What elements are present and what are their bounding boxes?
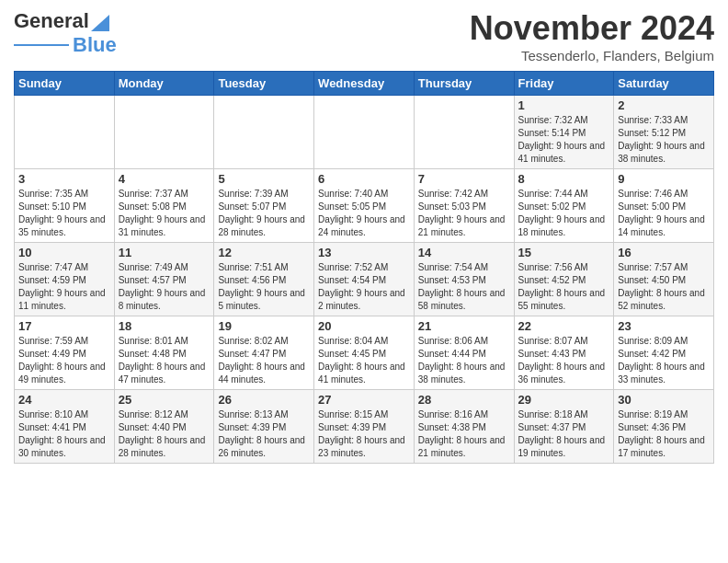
logo-triangle-icon xyxy=(91,11,109,31)
page-header: General Blue November 2024 Tessenderlo, … xyxy=(14,9,714,63)
svg-marker-0 xyxy=(91,15,109,31)
day-info: Sunrise: 7:35 AM Sunset: 5:10 PM Dayligh… xyxy=(18,188,110,239)
calendar-cell: 25Sunrise: 8:12 AM Sunset: 4:40 PM Dayli… xyxy=(114,390,214,464)
calendar-cell: 26Sunrise: 8:13 AM Sunset: 4:39 PM Dayli… xyxy=(214,390,314,464)
calendar-cell: 3Sunrise: 7:35 AM Sunset: 5:10 PM Daylig… xyxy=(15,169,115,243)
header-tuesday: Tuesday xyxy=(214,72,314,96)
calendar-cell xyxy=(114,96,214,169)
day-info: Sunrise: 7:49 AM Sunset: 4:57 PM Dayligh… xyxy=(119,261,210,313)
day-info: Sunrise: 8:18 AM Sunset: 4:37 PM Dayligh… xyxy=(518,408,610,460)
day-info: Sunrise: 8:01 AM Sunset: 4:48 PM Dayligh… xyxy=(119,335,210,386)
day-info: Sunrise: 7:57 AM Sunset: 4:50 PM Dayligh… xyxy=(618,261,710,313)
calendar-cell: 8Sunrise: 7:44 AM Sunset: 5:02 PM Daylig… xyxy=(514,169,614,243)
day-info: Sunrise: 8:07 AM Sunset: 4:43 PM Dayligh… xyxy=(518,335,610,386)
calendar-cell: 7Sunrise: 7:42 AM Sunset: 5:03 PM Daylig… xyxy=(414,169,514,243)
day-number: 30 xyxy=(618,393,710,407)
day-info: Sunrise: 7:56 AM Sunset: 4:52 PM Dayligh… xyxy=(518,261,610,313)
day-info: Sunrise: 8:19 AM Sunset: 4:36 PM Dayligh… xyxy=(618,408,710,460)
day-number: 14 xyxy=(418,246,510,259)
day-info: Sunrise: 7:51 AM Sunset: 4:56 PM Dayligh… xyxy=(218,261,310,313)
day-info: Sunrise: 8:06 AM Sunset: 4:44 PM Dayligh… xyxy=(418,335,510,386)
calendar-cell: 29Sunrise: 8:18 AM Sunset: 4:37 PM Dayli… xyxy=(514,390,614,464)
logo-general: General xyxy=(14,9,89,33)
calendar-week-4: 17Sunrise: 7:59 AM Sunset: 4:49 PM Dayli… xyxy=(15,316,714,390)
day-number: 11 xyxy=(119,246,210,259)
day-number: 25 xyxy=(119,393,210,407)
calendar-week-1: 1Sunrise: 7:32 AM Sunset: 5:14 PM Daylig… xyxy=(15,96,714,169)
calendar-cell: 1Sunrise: 7:32 AM Sunset: 5:14 PM Daylig… xyxy=(514,96,614,169)
calendar-cell: 4Sunrise: 7:37 AM Sunset: 5:08 PM Daylig… xyxy=(114,169,214,243)
calendar-cell xyxy=(414,96,514,169)
day-info: Sunrise: 8:02 AM Sunset: 4:47 PM Dayligh… xyxy=(218,335,310,386)
day-info: Sunrise: 7:44 AM Sunset: 5:02 PM Dayligh… xyxy=(518,188,610,239)
day-number: 12 xyxy=(218,246,310,259)
calendar-week-3: 10Sunrise: 7:47 AM Sunset: 4:59 PM Dayli… xyxy=(15,243,714,316)
calendar-cell: 20Sunrise: 8:04 AM Sunset: 4:45 PM Dayli… xyxy=(314,316,415,390)
header-wednesday: Wednesday xyxy=(314,72,415,96)
calendar-cell: 30Sunrise: 8:19 AM Sunset: 4:36 PM Dayli… xyxy=(614,390,714,464)
calendar-cell xyxy=(314,96,415,169)
day-number: 20 xyxy=(318,319,410,333)
day-info: Sunrise: 7:42 AM Sunset: 5:03 PM Dayligh… xyxy=(418,188,510,239)
calendar-header-row: Sunday Monday Tuesday Wednesday Thursday… xyxy=(15,72,714,96)
day-number: 6 xyxy=(318,172,410,186)
calendar-cell: 18Sunrise: 8:01 AM Sunset: 4:48 PM Dayli… xyxy=(114,316,214,390)
day-number: 26 xyxy=(218,393,310,407)
calendar-cell: 16Sunrise: 7:57 AM Sunset: 4:50 PM Dayli… xyxy=(614,243,714,316)
day-info: Sunrise: 7:46 AM Sunset: 5:00 PM Dayligh… xyxy=(618,188,710,239)
day-number: 22 xyxy=(518,319,610,333)
day-info: Sunrise: 8:16 AM Sunset: 4:38 PM Dayligh… xyxy=(418,408,510,460)
day-number: 21 xyxy=(418,319,510,333)
title-block: November 2024 Tessenderlo, Flanders, Bel… xyxy=(470,9,714,63)
calendar-cell: 9Sunrise: 7:46 AM Sunset: 5:00 PM Daylig… xyxy=(614,169,714,243)
calendar-cell: 17Sunrise: 7:59 AM Sunset: 4:49 PM Dayli… xyxy=(15,316,115,390)
day-number: 8 xyxy=(518,172,610,186)
calendar-cell: 19Sunrise: 8:02 AM Sunset: 4:47 PM Dayli… xyxy=(214,316,314,390)
header-thursday: Thursday xyxy=(414,72,514,96)
calendar-week-5: 24Sunrise: 8:10 AM Sunset: 4:41 PM Dayli… xyxy=(15,390,714,464)
day-number: 1 xyxy=(518,98,610,112)
day-info: Sunrise: 7:47 AM Sunset: 4:59 PM Dayligh… xyxy=(18,261,110,313)
day-info: Sunrise: 8:09 AM Sunset: 4:42 PM Dayligh… xyxy=(618,335,710,386)
calendar-cell: 24Sunrise: 8:10 AM Sunset: 4:41 PM Dayli… xyxy=(15,390,115,464)
header-friday: Friday xyxy=(514,72,614,96)
calendar-cell: 22Sunrise: 8:07 AM Sunset: 4:43 PM Dayli… xyxy=(514,316,614,390)
header-monday: Monday xyxy=(114,72,214,96)
location: Tessenderlo, Flanders, Belgium xyxy=(470,48,714,63)
day-number: 23 xyxy=(618,319,710,333)
calendar-cell: 5Sunrise: 7:39 AM Sunset: 5:07 PM Daylig… xyxy=(214,169,314,243)
day-number: 10 xyxy=(18,246,110,259)
calendar-cell xyxy=(15,96,115,169)
calendar-cell: 15Sunrise: 7:56 AM Sunset: 4:52 PM Dayli… xyxy=(514,243,614,316)
day-info: Sunrise: 7:52 AM Sunset: 4:54 PM Dayligh… xyxy=(318,261,410,313)
day-info: Sunrise: 8:15 AM Sunset: 4:39 PM Dayligh… xyxy=(318,408,410,460)
calendar-cell xyxy=(214,96,314,169)
calendar-table: Sunday Monday Tuesday Wednesday Thursday… xyxy=(14,71,714,464)
calendar-cell: 14Sunrise: 7:54 AM Sunset: 4:53 PM Dayli… xyxy=(414,243,514,316)
calendar-cell: 23Sunrise: 8:09 AM Sunset: 4:42 PM Dayli… xyxy=(614,316,714,390)
day-number: 7 xyxy=(418,172,510,186)
day-number: 3 xyxy=(18,172,110,186)
day-number: 5 xyxy=(218,172,310,186)
calendar-cell: 10Sunrise: 7:47 AM Sunset: 4:59 PM Dayli… xyxy=(15,243,115,316)
day-info: Sunrise: 8:13 AM Sunset: 4:39 PM Dayligh… xyxy=(218,408,310,460)
day-info: Sunrise: 8:12 AM Sunset: 4:40 PM Dayligh… xyxy=(119,408,210,460)
calendar-cell: 13Sunrise: 7:52 AM Sunset: 4:54 PM Dayli… xyxy=(314,243,415,316)
calendar-cell: 2Sunrise: 7:33 AM Sunset: 5:12 PM Daylig… xyxy=(614,96,714,169)
day-number: 2 xyxy=(618,98,710,112)
day-number: 29 xyxy=(518,393,610,407)
day-info: Sunrise: 7:54 AM Sunset: 4:53 PM Dayligh… xyxy=(418,261,510,313)
calendar-cell: 28Sunrise: 8:16 AM Sunset: 4:38 PM Dayli… xyxy=(414,390,514,464)
month-title: November 2024 xyxy=(470,9,714,48)
day-info: Sunrise: 8:04 AM Sunset: 4:45 PM Dayligh… xyxy=(318,335,410,386)
calendar-cell: 12Sunrise: 7:51 AM Sunset: 4:56 PM Dayli… xyxy=(214,243,314,316)
day-number: 15 xyxy=(518,246,610,259)
calendar-cell: 27Sunrise: 8:15 AM Sunset: 4:39 PM Dayli… xyxy=(314,390,415,464)
calendar-cell: 6Sunrise: 7:40 AM Sunset: 5:05 PM Daylig… xyxy=(314,169,415,243)
day-info: Sunrise: 7:40 AM Sunset: 5:05 PM Dayligh… xyxy=(318,188,410,239)
day-number: 13 xyxy=(318,246,410,259)
calendar-week-2: 3Sunrise: 7:35 AM Sunset: 5:10 PM Daylig… xyxy=(15,169,714,243)
header-saturday: Saturday xyxy=(614,72,714,96)
day-number: 19 xyxy=(218,319,310,333)
calendar-cell: 21Sunrise: 8:06 AM Sunset: 4:44 PM Dayli… xyxy=(414,316,514,390)
